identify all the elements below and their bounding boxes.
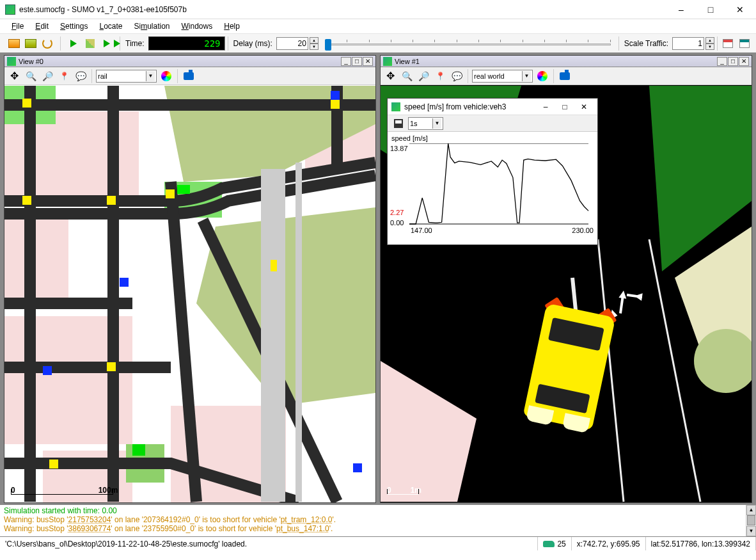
svg-rect-13 <box>22 196 31 205</box>
delay-slider[interactable] <box>320 37 616 50</box>
view-0-min[interactable]: _ <box>341 57 351 66</box>
view-1-canvas[interactable]: 01m speed [m/s] from vehicle:veh3 – □ ✕ … <box>381 85 752 502</box>
view-1-min[interactable]: _ <box>717 57 727 66</box>
maximize-button[interactable]: □ <box>696 0 725 19</box>
menu-simulation[interactable]: Simulation <box>129 20 175 32</box>
chart-svg <box>409 143 595 225</box>
view-1-window: View #1 _ □ ✕ ✥ 🔍 🔎 📍 💬 real world▼ <box>380 55 752 503</box>
delay-spinner[interactable]: ▲▼ <box>310 37 319 50</box>
view-1-max[interactable]: □ <box>728 57 738 66</box>
select-icon[interactable]: 🔎 <box>416 69 430 83</box>
scale-spinner[interactable]: ▲▼ <box>705 37 714 50</box>
menu-settings[interactable]: Settings <box>55 20 93 32</box>
graph-icon <box>391 102 400 111</box>
vehicle-link[interactable]: pt_bus_147:1.0 <box>276 524 329 533</box>
reload-button[interactable] <box>40 36 55 51</box>
minimize-button[interactable]: – <box>666 0 696 19</box>
delay-input[interactable] <box>276 37 308 50</box>
vehicle-link[interactable]: pt_tram_12:0.0 <box>281 515 333 524</box>
popup-close[interactable]: ✕ <box>574 100 594 114</box>
log-line-3: Warning: busStop '3869306774' on lane '2… <box>4 524 752 533</box>
camera-icon[interactable] <box>558 69 572 83</box>
colorwheel-icon[interactable] <box>535 69 549 83</box>
menu-help[interactable]: Help <box>219 20 245 32</box>
pin-icon[interactable]: 📍 <box>57 69 71 83</box>
log-line-2: Warning: busStop '2175753204' on lane '2… <box>4 515 752 524</box>
zoom-icon[interactable]: 🔍 <box>24 69 38 83</box>
svg-rect-23 <box>353 463 362 472</box>
svg-rect-14 <box>107 196 116 205</box>
svg-rect-2 <box>4 214 68 303</box>
select-icon[interactable]: 🔎 <box>40 69 54 83</box>
step-button[interactable] <box>83 36 98 51</box>
view-0-titlebar[interactable]: View #0 _ □ ✕ <box>4 56 375 67</box>
svg-rect-16 <box>166 189 175 198</box>
svg-rect-19 <box>271 260 277 271</box>
status-path: 'C:\Users\bans_ol\Desktop\2019-11-22-10-… <box>0 537 538 550</box>
log-area[interactable]: Simulation started with time: 0.00 Warni… <box>0 504 756 536</box>
pan-icon[interactable]: ✥ <box>383 69 397 83</box>
svg-rect-21 <box>120 278 129 287</box>
status-latlon: lat:52.517786, lon:13.399342 <box>646 537 756 550</box>
pin-icon[interactable]: 📍 <box>433 69 447 83</box>
svg-rect-22 <box>331 91 340 100</box>
tooltip-icon[interactable]: 💬 <box>450 69 464 83</box>
view-0-toolbar: ✥ 🔍 🔎 📍 💬 rail▼ <box>4 67 375 85</box>
zoom-icon[interactable]: 🔍 <box>400 69 414 83</box>
scale-bar-0: 0100m <box>11 493 113 495</box>
speed-graph-window[interactable]: speed [m/s] from vehicle:veh3 – □ ✕ 1s▼ … <box>387 98 598 245</box>
view-0-max[interactable]: □ <box>352 57 362 66</box>
menu-windows[interactable]: Windows <box>177 20 218 32</box>
svg-rect-15 <box>107 362 116 371</box>
car-icon <box>543 541 555 547</box>
view-0-canvas[interactable]: 0100m <box>4 85 375 502</box>
titlebar: este.sumocfg - SUMO v1_7_0+0381-ee105f50… <box>0 0 756 19</box>
view-1-close[interactable]: ✕ <box>739 57 749 66</box>
app-icon <box>5 4 15 15</box>
view-icon <box>7 57 16 66</box>
view-1-title: View #1 <box>395 58 716 65</box>
save-graph-button[interactable] <box>391 116 406 131</box>
close-button[interactable]: ✕ <box>725 0 755 19</box>
tooltip-icon[interactable]: 💬 <box>74 69 88 83</box>
pan-icon[interactable]: ✥ <box>7 69 21 83</box>
delay-label: Delay (ms): <box>231 39 275 48</box>
view-0-close[interactable]: ✕ <box>363 57 373 66</box>
calendar-alt-button[interactable] <box>737 36 752 51</box>
view-1-titlebar[interactable]: View #1 _ □ ✕ <box>381 56 752 67</box>
busstop-link[interactable]: 3869306774 <box>68 524 111 533</box>
svg-rect-20 <box>43 366 52 375</box>
menu-file[interactable]: File <box>6 20 29 32</box>
play-button[interactable] <box>66 36 81 51</box>
play-fast-button[interactable] <box>99 36 114 51</box>
busstop-link[interactable]: 2175753204 <box>68 515 111 524</box>
popup-min[interactable]: – <box>536 100 555 114</box>
menu-locate[interactable]: Locate <box>94 20 127 32</box>
log-line-1: Simulation started with time: 0.00 <box>4 506 752 515</box>
colorwheel-icon[interactable] <box>159 69 173 83</box>
scale-bar-1: 01m <box>387 493 419 495</box>
menu-edit[interactable]: Edit <box>30 20 54 32</box>
scale-input[interactable] <box>672 37 704 50</box>
view-0-title: View #0 <box>19 58 340 65</box>
svg-rect-17 <box>331 100 340 109</box>
scheme-combo-1[interactable]: real world▼ <box>472 70 533 83</box>
open-button[interactable] <box>6 36 22 51</box>
scale-label: Scale Traffic: <box>622 39 671 48</box>
scheme-combo-0[interactable]: rail▼ <box>96 70 157 83</box>
log-scrollbar[interactable]: ▲▼ <box>746 505 756 536</box>
map-svg <box>4 85 375 502</box>
status-xy: x:742.72, y:695.95 <box>572 537 646 550</box>
popup-title: speed [m/s] from vehicle:veh3 <box>404 102 536 111</box>
camera-icon[interactable] <box>182 69 196 83</box>
popup-max[interactable]: □ <box>555 100 574 114</box>
mdi-area: View #0 _ □ ✕ ✥ 🔍 🔎 📍 💬 rail▼ <box>0 52 756 504</box>
calendar-button[interactable] <box>720 36 736 51</box>
menubar: File Edit Settings Locate Simulation Win… <box>0 19 756 33</box>
main-toolbar: Time: 229 Delay (ms): ▲▼ Scale Traffic: … <box>0 33 756 52</box>
interval-combo[interactable]: 1s▼ <box>408 117 443 130</box>
time-display[interactable]: 229 <box>148 36 225 51</box>
statusbar: 'C:\Users\bans_ol\Desktop\2019-11-22-10-… <box>0 536 756 550</box>
status-vehicles: 25 <box>538 537 571 550</box>
open-net-button[interactable] <box>23 36 38 51</box>
